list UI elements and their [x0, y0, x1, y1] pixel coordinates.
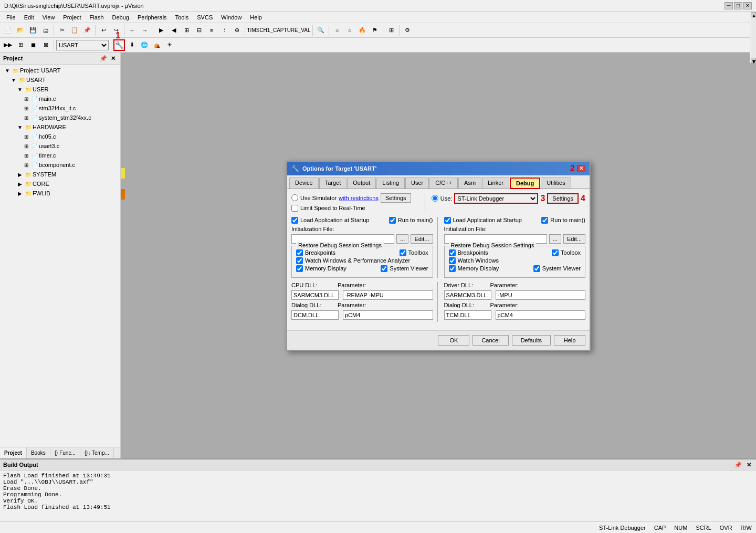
left-toolbox-check[interactable]	[400, 249, 406, 256]
tree-user[interactable]: ▼ 📁 USER	[1, 85, 119, 94]
tb2-btn2[interactable]: ⊞	[15, 39, 26, 51]
options-target-btn[interactable]: 🔧 1	[113, 39, 125, 51]
panel-close-btn[interactable]: ✕	[109, 54, 117, 62]
dialog-tab-target[interactable]: Target	[319, 177, 347, 189]
tb-btn1[interactable]: ▶	[155, 25, 167, 36]
menu-view[interactable]: View	[38, 13, 59, 22]
tree-timer[interactable]: ⊞ 📄 timer.c	[1, 151, 119, 160]
menu-peripherals[interactable]: Peripherals	[133, 13, 171, 22]
right-toolbox-check[interactable]	[552, 249, 559, 256]
tb-flag[interactable]: ⚑	[369, 25, 381, 36]
use-debugger-radio[interactable]	[432, 195, 438, 202]
open-btn[interactable]: 📂	[15, 25, 26, 36]
with-restrictions-link[interactable]: with restrictions	[339, 195, 379, 201]
cut-btn[interactable]: ✂	[56, 25, 68, 36]
tb-circle1[interactable]: ○	[331, 25, 343, 36]
panel-pin-btn[interactable]: 📌	[99, 54, 108, 62]
tb2-download[interactable]: ⬇	[126, 39, 138, 51]
right-system-check[interactable]	[533, 265, 540, 272]
menu-window[interactable]: Window	[217, 13, 246, 22]
tree-system[interactable]: ▶ 📁 SYSTEM	[1, 170, 119, 179]
undo-btn[interactable]: ↩	[98, 25, 109, 36]
left-edit-btn[interactable]: Edit...	[411, 234, 433, 244]
right-edit-btn[interactable]: Edit...	[563, 234, 585, 244]
tree-hardware[interactable]: ▼ 📁 HARDWARE	[1, 122, 119, 132]
copy-btn[interactable]: 📋	[69, 25, 80, 36]
defaults-btn[interactable]: Defaults	[512, 335, 551, 346]
left-breakpoints-check[interactable]	[296, 249, 303, 256]
dialog-close-btn[interactable]: ✕	[577, 165, 585, 172]
dialog-tab-linker[interactable]: Linker	[482, 177, 509, 189]
left-memory-check[interactable]	[296, 265, 303, 272]
tb2-btn7[interactable]: ☀	[164, 39, 175, 51]
tb-btn4[interactable]: ⊟	[193, 25, 205, 36]
paste-btn[interactable]: 📌	[81, 25, 93, 36]
scroll-down-btn[interactable]: ▼	[751, 58, 756, 63]
tree-stm32-it[interactable]: ⊞ 📄 stm32f4xx_it.c	[1, 103, 119, 113]
right-run-main-check[interactable]	[541, 217, 548, 224]
new-btn[interactable]: 📄	[2, 25, 14, 36]
tab-func[interactable]: {} Func...	[50, 447, 80, 458]
tb-flame[interactable]: 🔥	[356, 25, 368, 36]
dialog-tab-listing[interactable]: Listing	[376, 177, 405, 189]
menu-file[interactable]: File	[2, 13, 20, 22]
dialog-tab-debug[interactable]: Debug	[510, 177, 540, 189]
tb-gear[interactable]: ⚙	[402, 25, 413, 36]
fwd-btn[interactable]: →	[139, 25, 151, 36]
dialog-tab-utilities[interactable]: Utilities	[541, 177, 571, 189]
menu-project[interactable]: Project	[59, 13, 85, 22]
tab-project[interactable]: Project	[0, 447, 27, 458]
debugger-dropdown[interactable]: ST-Link Debugger	[454, 193, 538, 204]
tb-circle2[interactable]: ○	[344, 25, 355, 36]
tb-btn5[interactable]: ≡	[206, 25, 217, 36]
dialog-tab-user[interactable]: User	[405, 177, 429, 189]
tb-btn6[interactable]: ⋮	[218, 25, 230, 36]
simulator-settings-btn[interactable]: Settings	[381, 193, 411, 203]
tb-grid[interactable]: ⊞	[385, 25, 397, 36]
build-scrollbar[interactable]: ▲ ▼	[750, 12, 756, 63]
left-dialog-dll-input[interactable]	[291, 310, 339, 320]
back-btn[interactable]: ←	[127, 25, 138, 36]
dialog-tab-device[interactable]: Device	[289, 177, 319, 189]
limit-speed-check[interactable]	[291, 205, 298, 212]
tree-usart3[interactable]: ⊞ 📄 usart3.c	[1, 141, 119, 151]
tb-btn2[interactable]: ◀	[168, 25, 180, 36]
tb2-btn5[interactable]: 🌐	[139, 39, 150, 51]
scroll-up-btn[interactable]: ▲	[751, 12, 756, 17]
dialog-tab-cpp[interactable]: C/C++	[429, 177, 458, 189]
tb2-btn3[interactable]: ◼	[27, 39, 39, 51]
right-driver-dll-input[interactable]	[444, 290, 491, 300]
right-dialog-param-input[interactable]	[496, 310, 586, 320]
left-run-main-check[interactable]	[389, 217, 396, 224]
tree-hc05[interactable]: ⊞ 📄 hc05.c	[1, 132, 119, 141]
menu-tools[interactable]: Tools	[171, 13, 193, 22]
save-btn[interactable]: 💾	[27, 25, 39, 36]
menu-edit[interactable]: Edit	[20, 13, 38, 22]
right-memory-check[interactable]	[449, 265, 456, 272]
maximize-button[interactable]: □	[734, 2, 742, 9]
right-load-app-check[interactable]	[444, 217, 451, 224]
left-load-app-check[interactable]	[291, 217, 298, 224]
menu-svcs[interactable]: SVCS	[193, 13, 217, 22]
left-cpu-param-input[interactable]	[343, 290, 433, 300]
right-dialog-dll-input[interactable]	[444, 310, 491, 320]
target-dropdown[interactable]: USART	[56, 40, 109, 50]
tb2-btn4[interactable]: ⊠	[40, 39, 51, 51]
tree-usart[interactable]: ▼ 📁 USART	[1, 75, 119, 85]
left-system-check[interactable]	[381, 265, 387, 272]
tree-fwlib[interactable]: ▶ 📁 FWLIB	[1, 189, 119, 198]
help-btn[interactable]: Help	[554, 335, 585, 346]
debugger-settings-btn[interactable]: Settings	[547, 193, 579, 204]
right-browse-btn[interactable]: ...	[549, 234, 561, 244]
left-dialog-param-input[interactable]	[343, 310, 433, 320]
tb-btn3[interactable]: ⊞	[181, 25, 192, 36]
save-all-btn[interactable]: 🗂	[40, 25, 51, 36]
right-driver-param-input[interactable]	[496, 290, 586, 300]
right-breakpoints-check[interactable]	[449, 249, 456, 256]
ok-btn[interactable]: OK	[438, 335, 469, 346]
tb2-btn6[interactable]: ⛺	[151, 39, 163, 51]
build-output-close[interactable]: ✕	[744, 461, 753, 469]
tree-bcomponent[interactable]: ⊞ 📄 bcomponent.c	[1, 160, 119, 170]
close-button[interactable]: ✕	[743, 2, 752, 9]
tree-system-stm32[interactable]: ⊞ 📄 system_stm32f4xx.c	[1, 113, 119, 122]
